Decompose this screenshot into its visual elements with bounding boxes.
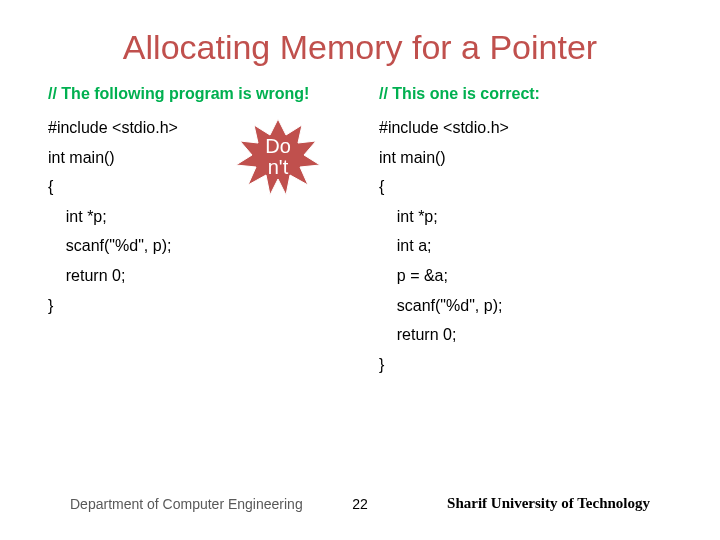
- slide-title: Allocating Memory for a Pointer: [0, 0, 720, 85]
- right-column: // This one is correct: #include <stdio.…: [379, 85, 670, 379]
- footer: Department of Computer Engineering 22 Sh…: [0, 495, 720, 512]
- dont-badge: Do n't: [236, 117, 320, 197]
- badge-line1: Do: [265, 135, 291, 157]
- left-comment: // The following program is wrong!: [48, 85, 339, 103]
- left-column: // The following program is wrong! #incl…: [48, 85, 339, 379]
- right-comment: // This one is correct:: [379, 85, 670, 103]
- code-line: int *p;: [48, 202, 339, 232]
- code-line: #include <stdio.h>: [379, 113, 670, 143]
- code-line: }: [48, 291, 339, 321]
- footer-university: Sharif University of Technology: [447, 495, 650, 512]
- code-line: return 0;: [379, 320, 670, 350]
- code-line: int a;: [379, 231, 670, 261]
- slide-number: 22: [352, 496, 368, 512]
- code-line: scanf("%d", p);: [379, 291, 670, 321]
- content-columns: // The following program is wrong! #incl…: [0, 85, 720, 379]
- code-line: }: [379, 350, 670, 380]
- code-line: p = &a;: [379, 261, 670, 291]
- code-line: int main(): [379, 143, 670, 173]
- badge-line2: n't: [268, 156, 289, 178]
- code-line: return 0;: [48, 261, 339, 291]
- code-line: int *p;: [379, 202, 670, 232]
- code-line: {: [379, 172, 670, 202]
- badge-text: Do n't: [265, 136, 291, 178]
- footer-department: Department of Computer Engineering: [70, 496, 303, 512]
- code-line: scanf("%d", p);: [48, 231, 339, 261]
